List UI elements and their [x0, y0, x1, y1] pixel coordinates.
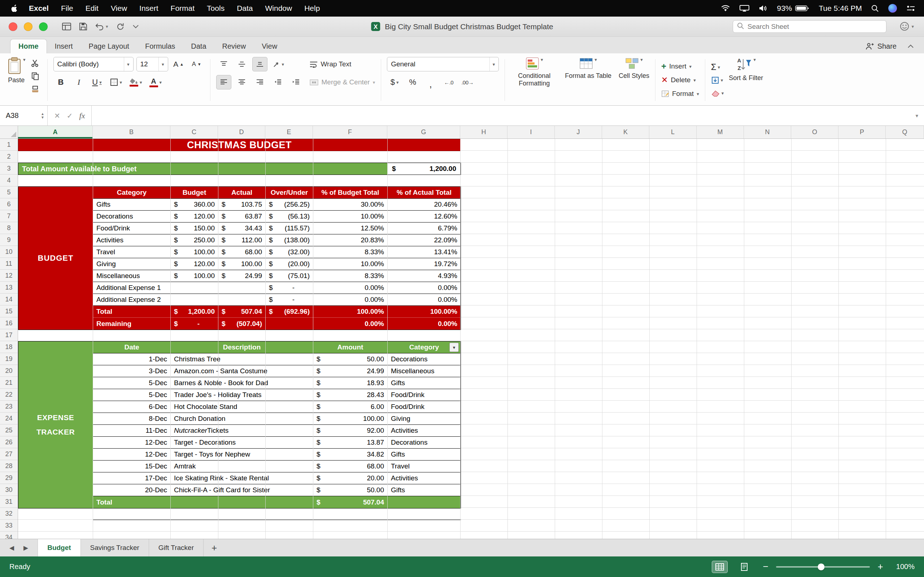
spotlight-icon[interactable] — [871, 5, 879, 12]
conditional-formatting-button[interactable]: ▾ Conditional Formatting — [511, 57, 558, 103]
cell-D10[interactable]: $68.00 — [218, 246, 266, 258]
row-header-24[interactable]: 24 — [0, 413, 18, 424]
column-header-G[interactable]: G — [387, 126, 460, 139]
merge-center-button[interactable]: Merge & Center ▾ — [309, 75, 375, 89]
menu-view[interactable]: View — [105, 4, 133, 13]
search-sheet-input[interactable] — [733, 20, 887, 33]
column-header-Q[interactable]: Q — [886, 126, 924, 139]
row-header-27[interactable]: 27 — [0, 448, 18, 460]
row-header-34[interactable]: 34 — [0, 532, 18, 539]
cell-C20[interactable]: Amazon.com - Santa Costume — [171, 365, 313, 377]
cell-G13[interactable]: 0.00% — [388, 282, 460, 294]
delete-cells-button[interactable]: ✕ Delete▾ — [661, 74, 699, 87]
zoom-slider-knob[interactable] — [817, 563, 824, 570]
cell-D15[interactable]: $507.04 — [218, 306, 266, 318]
cell-C21[interactable]: Barnes & Noble - Book for Dad — [171, 377, 313, 389]
sheet-tab-budget[interactable]: Budget — [37, 539, 81, 556]
row-header-28[interactable]: 28 — [0, 460, 18, 472]
row-header-19[interactable]: 19 — [0, 353, 18, 365]
format-cells-button[interactable]: Format▾ — [661, 87, 699, 100]
cell-G6[interactable]: 20.46% — [388, 199, 460, 211]
cell-G9[interactable]: 22.09% — [388, 234, 460, 246]
cell-G18[interactable]: Category▾ — [388, 342, 460, 353]
cell-G30[interactable]: Gifts — [388, 484, 460, 496]
cell-D5[interactable]: Actual — [218, 187, 266, 199]
cell-F29[interactable]: $20.00 — [313, 472, 388, 484]
format-as-table-button[interactable]: ▾ Format as Table — [565, 57, 611, 103]
row-header-9[interactable]: 9 — [0, 234, 18, 246]
cell-B24[interactable]: 8-Dec — [93, 413, 171, 425]
align-center-button[interactable] — [234, 75, 249, 89]
cell-D9[interactable]: $112.00 — [218, 234, 266, 246]
cell-F14[interactable]: 0.00% — [313, 294, 388, 306]
worksheet-grid[interactable]: CHRISTMAS BUDGET Total Amount Available … — [18, 139, 924, 539]
cell-E16[interactable] — [266, 318, 313, 330]
notification-center-icon[interactable] — [906, 5, 915, 12]
feedback-smiley-button[interactable]: ▾ — [900, 22, 914, 31]
ribbon-tab-page-layout[interactable]: Page Layout — [81, 39, 137, 53]
cell-B27[interactable]: 12-Dec — [93, 449, 171, 461]
ribbon-panel-icon[interactable] — [62, 23, 71, 30]
font-color-button[interactable]: A ▾ — [147, 75, 164, 89]
screen-mirroring-icon[interactable] — [740, 5, 749, 12]
zoom-out-button[interactable]: − — [761, 561, 770, 572]
cell-F11[interactable]: 10.00% — [313, 258, 388, 270]
cell-C9[interactable]: $250.00 — [171, 234, 218, 246]
cell-G5[interactable]: % of Actual Total — [388, 187, 460, 199]
zoom-window-button[interactable] — [39, 23, 48, 31]
borders-button[interactable]: ▾ — [108, 75, 124, 89]
name-box[interactable]: A38 ▲▼ — [0, 106, 48, 126]
menu-insert[interactable]: Insert — [133, 4, 165, 13]
cell-A3-total-available-label[interactable]: Total Amount Available to Budget — [18, 163, 388, 175]
row-header-16[interactable]: 16 — [0, 318, 18, 329]
cell-B5[interactable]: Category — [93, 187, 171, 199]
zoom-slider[interactable] — [776, 566, 870, 567]
row-header-18[interactable]: 18 — [0, 341, 18, 353]
row-header-3[interactable]: 3 — [0, 163, 18, 174]
column-header-I[interactable]: I — [507, 126, 555, 139]
category-filter-dropdown-button[interactable]: ▾ — [449, 343, 459, 352]
zoom-in-button[interactable]: + — [876, 561, 885, 572]
cell-F31[interactable]: $507.04 — [313, 496, 388, 508]
number-format-select[interactable]: General ▾ — [387, 57, 499, 71]
paste-dropdown-icon[interactable]: ▾ — [23, 57, 26, 62]
cell-B25[interactable]: 11-Dec — [93, 425, 171, 437]
percent-style-button[interactable]: % — [405, 75, 420, 89]
cell-B29[interactable]: 17-Dec — [93, 472, 171, 484]
cell-B6[interactable]: Gifts — [93, 199, 171, 211]
row-header-12[interactable]: 12 — [0, 270, 18, 282]
expand-formula-bar-icon[interactable]: ▾ — [909, 106, 924, 126]
bold-button[interactable]: B — [53, 75, 69, 89]
cell-D13[interactable] — [218, 282, 266, 294]
cell-B20[interactable]: 3-Dec — [93, 365, 171, 377]
cell-E5[interactable]: Over/Under — [266, 187, 313, 199]
formula-input[interactable] — [92, 106, 909, 126]
cell-F28[interactable]: $68.00 — [313, 461, 388, 472]
cell-E11[interactable]: $(20.00) — [266, 258, 313, 270]
cell-C18[interactable]: Description — [171, 342, 313, 353]
cell-G19[interactable]: Decorations — [388, 353, 460, 365]
increase-font-size-button[interactable]: A▲ — [171, 57, 186, 71]
insert-cells-button[interactable]: + Insert▾ — [661, 60, 699, 73]
fill-color-button[interactable]: ▾ — [127, 75, 144, 89]
cell-C7[interactable]: $120.00 — [171, 211, 218, 222]
cancel-entry-icon[interactable]: ✕ — [54, 111, 60, 120]
cell-B16[interactable]: Remaining — [93, 318, 171, 330]
row-header-4[interactable]: 4 — [0, 174, 18, 187]
ribbon-tab-insert[interactable]: Insert — [47, 39, 81, 53]
row-header-31[interactable]: 31 — [0, 496, 18, 508]
cell-C5[interactable]: Budget — [171, 187, 218, 199]
next-sheet-button[interactable]: ▶ — [23, 544, 28, 552]
cell-B19[interactable]: 1-Dec — [93, 353, 171, 365]
cell-F13[interactable]: 0.00% — [313, 282, 388, 294]
cell-B11[interactable]: Giving — [93, 258, 171, 270]
cell-D8[interactable]: $34.43 — [218, 222, 266, 234]
cell-B12[interactable]: Miscellaneous — [93, 270, 171, 282]
expense-tracker-section-label[interactable]: EXPENSE TRACKER — [18, 341, 93, 508]
cell-D12[interactable]: $24.99 — [218, 270, 266, 282]
cell-E14[interactable]: $- — [266, 294, 313, 306]
close-window-button[interactable] — [9, 23, 17, 31]
battery-indicator[interactable]: 93% — [777, 4, 809, 13]
row-header-29[interactable]: 29 — [0, 472, 18, 484]
cell-B9[interactable]: Activities — [93, 234, 171, 246]
